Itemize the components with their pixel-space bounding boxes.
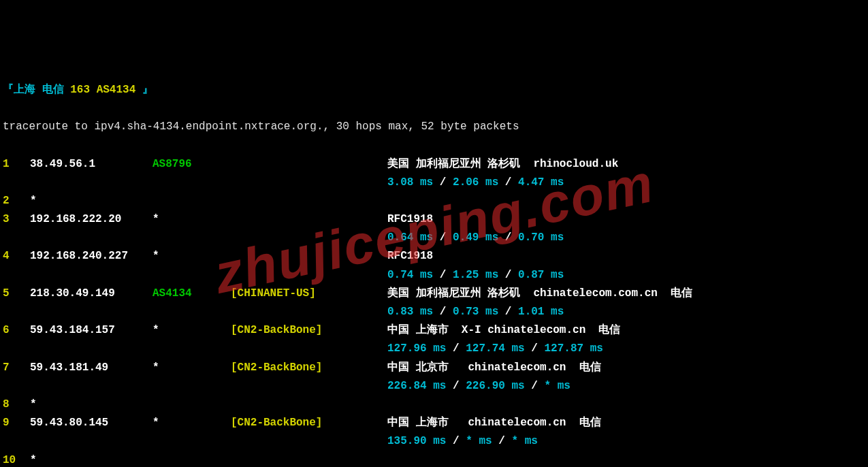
timing-2: * ms xyxy=(466,435,492,447)
hop-location: 美国 加利福尼亚州 洛杉矶 rhinocloud.uk xyxy=(387,155,618,174)
timing-sep: / xyxy=(498,269,518,281)
header-isp: 电信 xyxy=(42,84,64,96)
hop-tag: [CHINANET-US] xyxy=(231,285,387,303)
hop-ip: * xyxy=(30,192,152,210)
timing-sep: / xyxy=(525,380,545,392)
hop-location: RFC1918 xyxy=(387,247,433,265)
timing-sep: / xyxy=(498,306,518,318)
hop-number: 9 xyxy=(3,414,30,432)
hop-ip: * xyxy=(30,396,152,414)
timing-2: 0.49 ms xyxy=(453,231,498,244)
timing-sep: / xyxy=(433,176,453,189)
timing-sep: / xyxy=(492,435,512,447)
hop-asn: AS8796 xyxy=(152,155,231,174)
hop-timings: 127.96 ms / 127.74 ms / 127.87 ms xyxy=(3,340,865,358)
timing-sep: / xyxy=(446,435,466,447)
trace-header: 『上海 电信 163 AS4134 』 xyxy=(3,81,865,99)
hop-row: 959.43.80.145*[CN2-BackBone]中国 上海市 china… xyxy=(3,414,865,432)
timing-3: * ms xyxy=(511,435,537,447)
timing-sep: / xyxy=(433,269,453,281)
timing-1: 0.83 ms xyxy=(387,306,433,318)
header-net: 163 xyxy=(70,84,90,96)
hop-location: RFC1918 xyxy=(387,210,433,229)
timing-3: 4.47 ms xyxy=(518,176,564,189)
hop-tag: [CN2-BackBone] xyxy=(231,359,387,377)
timing-1: 127.96 ms xyxy=(387,342,446,355)
hop-asn: * xyxy=(152,359,231,377)
hop-location: 中国 上海市 chinatelecom.cn 电信 xyxy=(387,414,601,432)
hop-location: 美国 加利福尼亚州 洛杉矶 chinatelecom.com.cn 电信 xyxy=(387,285,692,303)
hop-location: 中国 北京市 chinatelecom.cn 电信 xyxy=(387,359,601,377)
hop-row: 4192.168.240.227*RFC1918 xyxy=(3,247,865,265)
timing-2: 226.90 ms xyxy=(466,380,524,392)
hop-row: 659.43.184.157*[CN2-BackBone]中国 上海市 X-I … xyxy=(3,321,865,340)
timing-1: 135.90 ms xyxy=(387,435,446,447)
hop-timings: 226.84 ms / 226.90 ms / * ms xyxy=(3,377,865,396)
hop-timings: 0.64 ms / 0.49 ms / 0.70 ms xyxy=(3,229,865,247)
timing-2: 0.73 ms xyxy=(453,306,498,318)
hop-timings: 0.74 ms / 1.25 ms / 0.87 ms xyxy=(3,266,865,285)
header-prefix: 『 xyxy=(3,84,14,96)
hop-number: 4 xyxy=(3,247,30,265)
hop-row: 138.49.56.1AS8796美国 加利福尼亚州 洛杉矶 rhinoclou… xyxy=(3,155,865,174)
hop-ip: 59.43.80.145 xyxy=(30,414,152,432)
hop-row: 759.43.181.49*[CN2-BackBone]中国 北京市 china… xyxy=(3,359,865,377)
timing-2: 127.74 ms xyxy=(466,342,524,355)
timing-3: 127.87 ms xyxy=(544,342,602,355)
hop-location: 中国 上海市 X-I chinatelecom.cn 电信 xyxy=(387,321,620,340)
hop-row: 2* xyxy=(3,192,865,210)
hop-ip: 59.43.181.49 xyxy=(30,359,152,377)
hop-ip: 218.30.49.149 xyxy=(30,285,152,303)
hop-number: 6 xyxy=(3,321,30,340)
timing-sep: / xyxy=(525,342,545,355)
hop-number: 5 xyxy=(3,285,30,303)
hop-timings: 3.08 ms / 2.06 ms / 4.47 ms xyxy=(3,174,865,192)
hop-asn: * xyxy=(152,321,231,340)
timing-3: 0.87 ms xyxy=(518,269,564,281)
timing-3: * ms xyxy=(544,380,570,392)
hop-ip: 59.43.184.157 xyxy=(30,321,152,340)
hop-ip: 192.168.240.227 xyxy=(30,247,152,265)
timing-1: 3.08 ms xyxy=(387,176,433,189)
hop-number: 2 xyxy=(3,192,30,210)
header-city: 上海 xyxy=(14,84,35,96)
hop-number: 8 xyxy=(3,396,30,414)
timing-2: 1.25 ms xyxy=(453,269,498,281)
timing-3: 1.01 ms xyxy=(518,306,564,318)
hop-row: 3192.168.222.20*RFC1918 xyxy=(3,210,865,229)
hop-number: 10 xyxy=(3,451,30,468)
timing-sep: / xyxy=(498,231,518,244)
hop-timings: 135.90 ms / * ms / * ms xyxy=(3,432,865,451)
timing-sep: / xyxy=(433,306,453,318)
timing-1: 0.74 ms xyxy=(387,269,433,281)
hop-row: 8* xyxy=(3,396,865,414)
timing-sep: / xyxy=(433,231,453,244)
timing-1: 0.64 ms xyxy=(387,231,433,244)
hop-ip: 192.168.222.20 xyxy=(30,210,152,229)
trace-command: traceroute to ipv4.sha-4134.endpoint.nxt… xyxy=(3,118,865,136)
timing-sep: / xyxy=(498,176,518,189)
hop-asn: * xyxy=(152,210,231,229)
hop-ip: * xyxy=(30,451,152,468)
hop-row: 5218.30.49.149AS4134[CHINANET-US]美国 加利福尼… xyxy=(3,285,865,303)
hop-number: 3 xyxy=(3,210,30,229)
hops-list: 138.49.56.1AS8796美国 加利福尼亚州 洛杉矶 rhinoclou… xyxy=(3,155,865,468)
hop-number: 7 xyxy=(3,359,30,377)
timing-1: 226.84 ms xyxy=(387,380,446,392)
hop-asn: AS4134 xyxy=(152,285,231,303)
hop-row: 10* xyxy=(3,451,865,468)
hop-asn: * xyxy=(152,414,231,432)
hop-number: 1 xyxy=(3,155,30,174)
hop-ip: 38.49.56.1 xyxy=(30,155,152,174)
timing-3: 0.70 ms xyxy=(518,231,564,244)
timing-2: 2.06 ms xyxy=(453,176,498,189)
hop-timings: 0.83 ms / 0.73 ms / 1.01 ms xyxy=(3,303,865,321)
header-asn: AS4134 xyxy=(97,84,136,96)
hop-asn: * xyxy=(152,247,231,265)
timing-sep: / xyxy=(446,380,466,392)
hop-tag: [CN2-BackBone] xyxy=(231,321,387,340)
header-suffix: 』 xyxy=(135,84,153,96)
timing-sep: / xyxy=(446,342,466,355)
hop-tag: [CN2-BackBone] xyxy=(231,414,387,432)
